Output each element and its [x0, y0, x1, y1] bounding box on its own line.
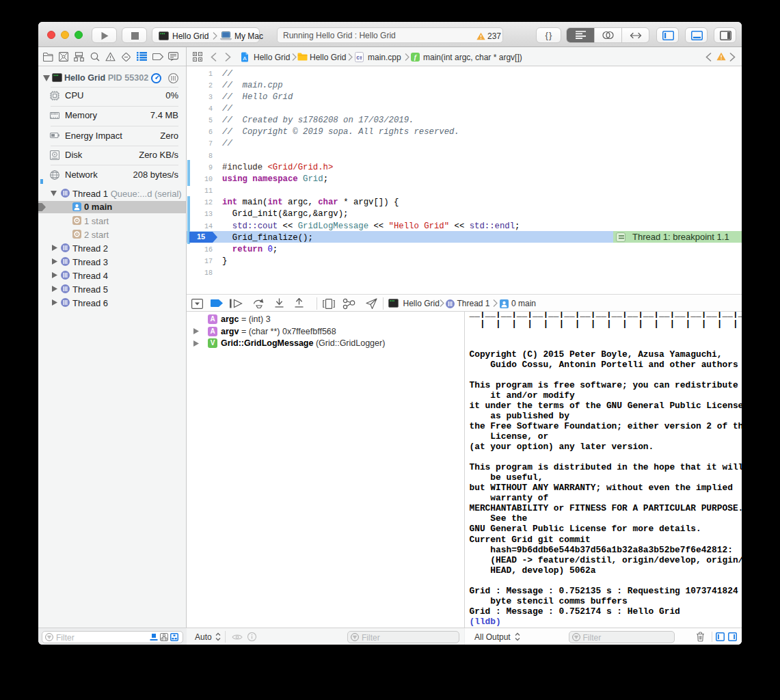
svg-text:A: A [243, 55, 247, 61]
svg-text:c: c [356, 53, 360, 60]
